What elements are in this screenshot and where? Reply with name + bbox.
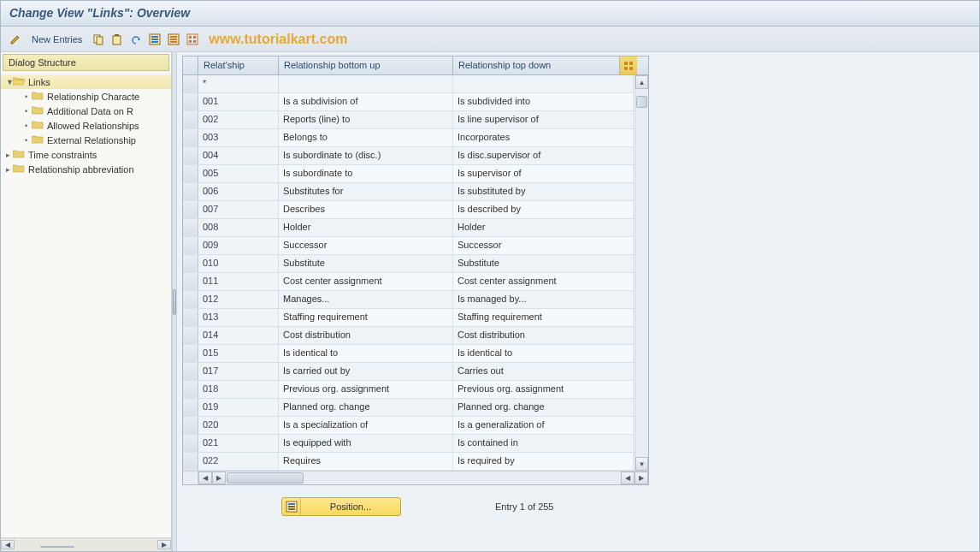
row-select-button[interactable] xyxy=(183,399,198,416)
cell-relationship[interactable]: 020 xyxy=(198,417,279,434)
col-header-top-down[interactable]: Relationship top down xyxy=(453,56,620,74)
scroll-down-icon[interactable]: ▼ xyxy=(635,457,648,471)
cell-relationship[interactable]: 002 xyxy=(198,111,279,128)
cell-top-down[interactable]: Incorporates xyxy=(453,129,634,146)
row-select-button[interactable] xyxy=(183,111,198,128)
config-icon[interactable] xyxy=(185,32,200,47)
tree-item[interactable]: ▸Time constraints xyxy=(1,147,171,162)
cell-bottom-up[interactable]: Requires xyxy=(279,453,453,470)
row-select-button[interactable] xyxy=(183,309,198,326)
cell-bottom-up[interactable]: Manages... xyxy=(279,291,453,308)
col-header-relationship[interactable]: Relat'ship xyxy=(198,56,279,74)
row-select-button[interactable] xyxy=(183,345,198,362)
cell-top-down[interactable]: Is line supervisor of xyxy=(453,111,634,128)
cell-bottom-up[interactable]: Reports (line) to xyxy=(279,111,453,128)
cell-bottom-up[interactable]: Substitute xyxy=(279,255,453,272)
row-select-button[interactable] xyxy=(183,363,198,380)
row-select-button[interactable] xyxy=(183,165,198,182)
cell-top-down[interactable]: Is a generalization of xyxy=(453,417,634,434)
cell-top-down[interactable]: Is disc.supervisor of xyxy=(453,147,634,164)
cell-bottom-up[interactable]: Describes xyxy=(279,201,453,218)
cell-bottom-up[interactable]: Cost center assignment xyxy=(279,273,453,290)
tree-item[interactable]: •Allowed Relationships xyxy=(1,118,171,133)
cell-bottom-up[interactable]: Belongs to xyxy=(279,129,453,146)
cell-relationship[interactable]: 004 xyxy=(198,147,279,164)
row-select-button[interactable] xyxy=(183,273,198,290)
cell-top-down[interactable] xyxy=(453,75,634,92)
cell-relationship[interactable]: 008 xyxy=(198,219,279,236)
cell-relationship[interactable]: 015 xyxy=(198,345,279,362)
row-select-button[interactable] xyxy=(183,219,198,236)
cell-top-down[interactable]: Is required by xyxy=(453,453,634,470)
table-config-icon[interactable] xyxy=(620,56,637,74)
cell-relationship[interactable]: * xyxy=(198,75,279,92)
cell-top-down[interactable]: Planned org. change xyxy=(453,399,634,416)
cell-top-down[interactable]: Cost distribution xyxy=(453,327,634,344)
row-select-button[interactable] xyxy=(183,201,198,218)
cell-top-down[interactable]: Substitute xyxy=(453,255,634,272)
cell-bottom-up[interactable]: Cost distribution xyxy=(279,327,453,344)
row-select-button[interactable] xyxy=(183,291,198,308)
cell-relationship[interactable]: 003 xyxy=(198,129,279,146)
scroll-left-icon[interactable]: ◀ xyxy=(1,540,15,549)
cell-relationship[interactable]: 006 xyxy=(198,183,279,200)
cell-relationship[interactable]: 011 xyxy=(198,273,279,290)
tree-item[interactable]: ▼Links xyxy=(1,74,171,89)
cell-bottom-up[interactable] xyxy=(279,75,453,92)
horizontal-scrollbar[interactable]: ◀ ▶ ◀ ▶ xyxy=(183,471,648,484)
cell-bottom-up[interactable]: Successor xyxy=(279,237,453,254)
cell-top-down[interactable]: Staffing requirement xyxy=(453,309,634,326)
cell-relationship[interactable]: 013 xyxy=(198,309,279,326)
cell-top-down[interactable]: Holder xyxy=(453,219,634,236)
hscroll-thumb[interactable] xyxy=(227,472,304,484)
cell-bottom-up[interactable]: Is subordinate to xyxy=(279,165,453,182)
hscroll-left-icon[interactable]: ◀ xyxy=(198,472,212,484)
row-select-button[interactable] xyxy=(183,381,198,398)
row-select-button[interactable] xyxy=(183,435,198,452)
row-select-button[interactable] xyxy=(183,129,198,146)
cell-bottom-up[interactable]: Is a specialization of xyxy=(279,417,453,434)
delete-icon[interactable] xyxy=(109,32,125,47)
cell-top-down[interactable]: Is subdivided into xyxy=(453,93,634,110)
cell-top-down[interactable]: Is contained in xyxy=(453,435,634,452)
row-select-button[interactable] xyxy=(183,237,198,254)
row-select-button[interactable] xyxy=(183,147,198,164)
cell-top-down[interactable]: Cost center assignment xyxy=(453,273,634,290)
scroll-right-icon[interactable]: ▶ xyxy=(157,540,171,549)
position-button[interactable]: Position... xyxy=(281,497,401,516)
cell-relationship[interactable]: 019 xyxy=(198,399,279,416)
cell-top-down[interactable]: Is substituted by xyxy=(453,183,634,200)
cell-top-down[interactable]: Previous org. assignment xyxy=(453,381,634,398)
cell-bottom-up[interactable]: Staffing requirement xyxy=(279,309,453,326)
cell-bottom-up[interactable]: Holder xyxy=(279,219,453,236)
cell-top-down[interactable]: Is identical to xyxy=(453,345,634,362)
cell-top-down[interactable]: Successor xyxy=(453,237,634,254)
row-select-button[interactable] xyxy=(183,327,198,344)
cell-top-down[interactable]: Is described by xyxy=(453,201,634,218)
cell-relationship[interactable]: 005 xyxy=(198,165,279,182)
toggle-edit-icon[interactable] xyxy=(8,32,23,47)
cell-top-down[interactable]: Is managed by... xyxy=(453,291,634,308)
cell-relationship[interactable]: 001 xyxy=(198,93,279,110)
cell-bottom-up[interactable]: Is identical to xyxy=(279,345,453,362)
cell-relationship[interactable]: 009 xyxy=(198,237,279,254)
select-all-icon[interactable] xyxy=(147,32,162,47)
cell-bottom-up[interactable]: Is equipped with xyxy=(279,435,453,452)
cell-relationship[interactable]: 012 xyxy=(198,291,279,308)
cell-relationship[interactable]: 021 xyxy=(198,435,279,452)
vertical-scrollbar[interactable]: ▲ ▼ xyxy=(635,75,648,471)
cell-bottom-up[interactable]: Substitutes for xyxy=(279,183,453,200)
cell-relationship[interactable]: 017 xyxy=(198,363,279,380)
row-select-button[interactable] xyxy=(183,255,198,272)
undo-icon[interactable] xyxy=(128,32,144,47)
hscroll-right2-icon[interactable]: ▶ xyxy=(635,472,648,484)
cell-bottom-up[interactable]: Planned org. change xyxy=(279,399,453,416)
scroll-thumb[interactable] xyxy=(636,96,647,108)
row-select-button[interactable] xyxy=(183,453,198,470)
deselect-all-icon[interactable] xyxy=(166,32,181,47)
copy-icon[interactable] xyxy=(91,32,106,47)
row-select-button[interactable] xyxy=(183,417,198,434)
cell-bottom-up[interactable]: Is carried out by xyxy=(279,363,453,380)
cell-bottom-up[interactable]: Is a subdivision of xyxy=(279,93,453,110)
tree-item[interactable]: •Relationship Characte xyxy=(1,89,171,104)
